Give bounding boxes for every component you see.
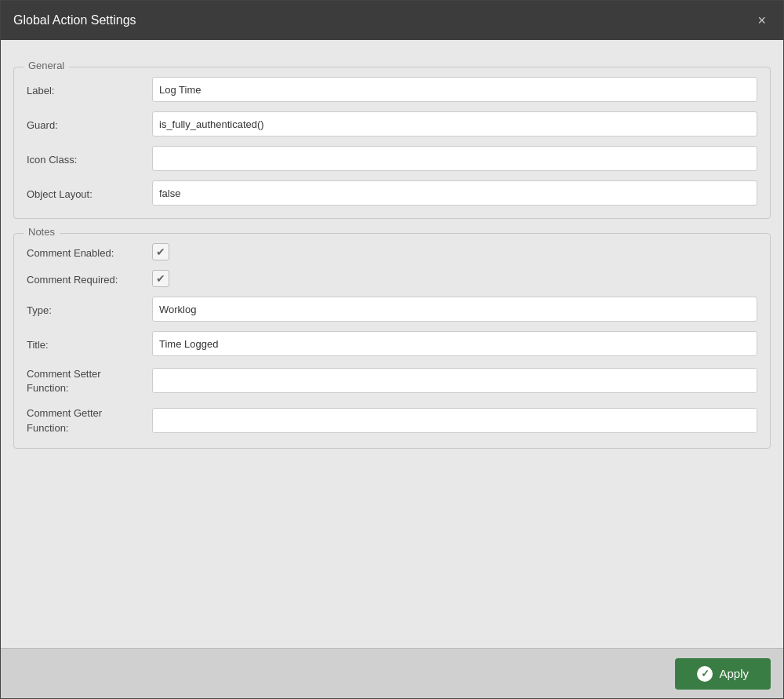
type-input[interactable] (152, 297, 757, 322)
comment-required-label: Comment Required: (27, 272, 152, 286)
global-action-settings-dialog: Global Action Settings × General Label: … (0, 0, 784, 699)
comment-setter-label: Comment SetterFunction: (27, 366, 152, 395)
general-legend: General (24, 60, 69, 71)
comment-getter-label: Comment GetterFunction: (27, 405, 152, 435)
label-row: Label: (27, 77, 757, 102)
apply-check-icon (697, 666, 713, 682)
title-input[interactable] (152, 331, 757, 356)
icon-class-field-label: Icon Class: (27, 152, 152, 166)
object-layout-row: Object Layout: (27, 180, 757, 206)
apply-button[interactable]: Apply (675, 658, 771, 690)
guard-field-label: Guard: (27, 118, 152, 131)
dialog-title: Global Action Settings (13, 13, 136, 27)
close-button[interactable]: × (753, 12, 771, 29)
type-field-label: Type: (27, 303, 152, 316)
icon-class-row: Icon Class: (27, 146, 757, 171)
comment-enabled-label: Comment Enabled: (27, 246, 152, 259)
dialog-header: Global Action Settings × (1, 1, 783, 40)
label-field-label: Label: (27, 83, 152, 96)
label-input[interactable] (152, 77, 757, 102)
apply-label: Apply (719, 667, 749, 680)
type-row: Type: (27, 297, 757, 322)
comment-required-checkbox-wrap: ✔ (152, 270, 169, 287)
dialog-footer: Apply (1, 648, 783, 698)
dialog-body: General Label: Guard: Icon Class: Object… (1, 40, 783, 648)
comment-getter-input[interactable] (152, 408, 757, 433)
comment-setter-input[interactable] (152, 368, 757, 393)
notes-section: Notes Comment Enabled: ✔ Comment Require… (13, 233, 771, 449)
comment-getter-row: Comment GetterFunction: (27, 405, 757, 435)
comment-required-checkbox[interactable]: ✔ (152, 270, 169, 287)
icon-class-input[interactable] (152, 146, 757, 171)
comment-enabled-checkbox[interactable]: ✔ (152, 243, 169, 260)
object-layout-field-label: Object Layout: (27, 187, 152, 200)
guard-row: Guard: (27, 111, 757, 137)
object-layout-input[interactable] (152, 180, 757, 206)
notes-legend: Notes (24, 226, 60, 238)
title-field-label: Title: (27, 337, 152, 351)
comment-enabled-checkbox-wrap: ✔ (152, 243, 169, 260)
title-row: Title: (27, 331, 757, 356)
general-section: General Label: Guard: Icon Class: Object… (13, 67, 771, 219)
comment-enabled-row: Comment Enabled: ✔ (27, 243, 757, 260)
comment-required-row: Comment Required: ✔ (27, 270, 757, 287)
comment-setter-row: Comment SetterFunction: (27, 366, 757, 395)
guard-input[interactable] (152, 111, 757, 137)
